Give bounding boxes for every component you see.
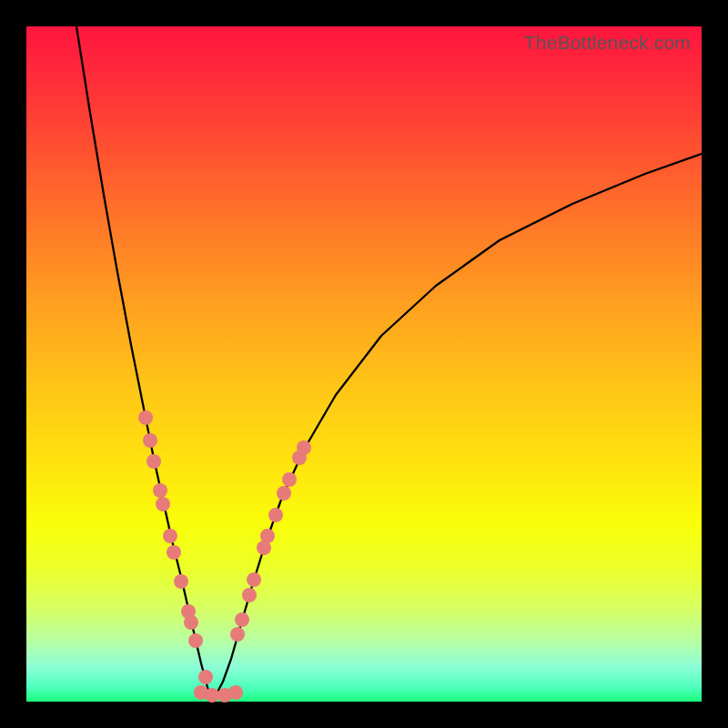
marker-dot [260, 529, 275, 543]
marker-dot [242, 588, 257, 602]
bottleneck-curve [76, 26, 702, 695]
marker-dot [277, 486, 291, 500]
chart-svg [26, 26, 702, 702]
marker-dot [138, 410, 153, 425]
marker-dot [230, 627, 245, 642]
marker-dot [297, 440, 311, 455]
marker-dot [282, 472, 297, 487]
marker-dot [228, 685, 243, 700]
marker-dot [205, 688, 219, 703]
plot-area: TheBottleneck.com [26, 26, 702, 702]
marker-dot [174, 574, 188, 589]
marker-group [138, 410, 311, 703]
marker-dot [268, 508, 283, 522]
marker-dot [156, 497, 170, 511]
marker-dot [247, 572, 261, 587]
marker-dot [153, 483, 167, 498]
marker-dot [163, 529, 177, 543]
outer-frame: TheBottleneck.com [0, 0, 728, 728]
marker-dot [184, 615, 198, 630]
marker-dot [143, 433, 157, 448]
marker-dot [198, 670, 213, 684]
marker-dot [167, 545, 181, 560]
marker-dot [188, 633, 203, 648]
marker-dot [147, 454, 161, 469]
marker-dot [235, 612, 249, 627]
